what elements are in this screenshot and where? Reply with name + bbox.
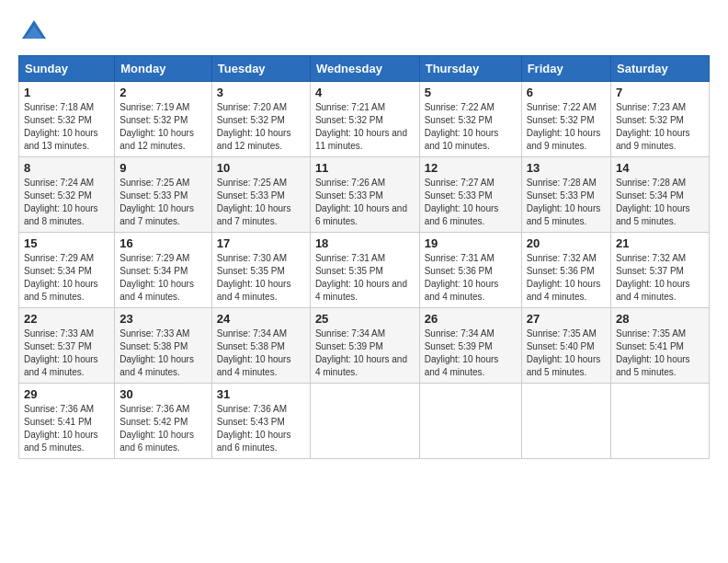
day-info: Sunrise: 7:36 AMSunset: 5:43 PMDaylight:… xyxy=(217,403,305,454)
day-number: 17 xyxy=(217,236,305,250)
day-number: 13 xyxy=(527,161,606,175)
day-info: Sunrise: 7:35 AMSunset: 5:40 PMDaylight:… xyxy=(527,327,606,379)
day-info: Sunrise: 7:34 AMSunset: 5:39 PMDaylight:… xyxy=(425,327,517,379)
day-cell: 21Sunrise: 7:32 AMSunset: 5:37 PMDayligh… xyxy=(610,233,709,308)
day-number: 12 xyxy=(425,161,517,175)
day-number: 2 xyxy=(119,86,207,99)
day-number: 25 xyxy=(315,312,415,326)
header xyxy=(18,18,710,46)
day-number: 23 xyxy=(119,312,207,326)
day-info: Sunrise: 7:36 AMSunset: 5:41 PMDaylight:… xyxy=(24,403,109,454)
day-cell: 5Sunrise: 7:22 AMSunset: 5:32 PMDaylight… xyxy=(419,82,521,157)
header-row: SundayMondayTuesdayWednesdayThursdayFrid… xyxy=(19,56,710,82)
day-cell: 15Sunrise: 7:29 AMSunset: 5:34 PMDayligh… xyxy=(19,233,115,308)
day-cell: 25Sunrise: 7:34 AMSunset: 5:39 PMDayligh… xyxy=(310,308,419,384)
day-info: Sunrise: 7:33 AMSunset: 5:38 PMDaylight:… xyxy=(119,327,207,379)
day-cell: 1Sunrise: 7:18 AMSunset: 5:32 PMDaylight… xyxy=(19,82,115,157)
day-cell: 23Sunrise: 7:33 AMSunset: 5:38 PMDayligh… xyxy=(115,308,212,384)
day-info: Sunrise: 7:33 AMSunset: 5:37 PMDaylight:… xyxy=(24,327,109,379)
day-cell: 28Sunrise: 7:35 AMSunset: 5:41 PMDayligh… xyxy=(610,308,709,384)
day-info: Sunrise: 7:25 AMSunset: 5:33 PMDaylight:… xyxy=(119,177,207,228)
day-number: 8 xyxy=(24,161,109,175)
day-cell: 26Sunrise: 7:34 AMSunset: 5:39 PMDayligh… xyxy=(419,308,521,384)
day-cell: 7Sunrise: 7:23 AMSunset: 5:32 PMDaylight… xyxy=(610,82,709,157)
day-number: 5 xyxy=(425,86,517,99)
day-info: Sunrise: 7:22 AMSunset: 5:32 PMDaylight:… xyxy=(527,101,606,153)
day-number: 1 xyxy=(24,86,109,99)
day-info: Sunrise: 7:18 AMSunset: 5:32 PMDaylight:… xyxy=(24,101,109,153)
day-cell: 22Sunrise: 7:33 AMSunset: 5:37 PMDayligh… xyxy=(19,308,115,384)
day-info: Sunrise: 7:26 AMSunset: 5:33 PMDaylight:… xyxy=(315,177,415,228)
day-cell: 27Sunrise: 7:35 AMSunset: 5:40 PMDayligh… xyxy=(521,308,610,384)
header-cell-saturday: Saturday xyxy=(610,56,709,82)
header-cell-tuesday: Tuesday xyxy=(211,56,310,82)
day-number: 29 xyxy=(24,387,109,401)
day-number: 9 xyxy=(119,161,207,175)
logo xyxy=(18,18,48,46)
calendar-header: SundayMondayTuesdayWednesdayThursdayFrid… xyxy=(19,56,710,82)
day-info: Sunrise: 7:28 AMSunset: 5:33 PMDaylight:… xyxy=(527,177,606,228)
day-cell: 29Sunrise: 7:36 AMSunset: 5:41 PMDayligh… xyxy=(19,384,115,459)
day-cell: 18Sunrise: 7:31 AMSunset: 5:35 PMDayligh… xyxy=(310,233,419,308)
day-cell: 31Sunrise: 7:36 AMSunset: 5:43 PMDayligh… xyxy=(211,384,310,459)
day-number: 15 xyxy=(24,236,109,250)
week-row-2: 8Sunrise: 7:24 AMSunset: 5:32 PMDaylight… xyxy=(19,157,710,233)
day-cell: 14Sunrise: 7:28 AMSunset: 5:34 PMDayligh… xyxy=(610,157,709,233)
day-cell: 13Sunrise: 7:28 AMSunset: 5:33 PMDayligh… xyxy=(521,157,610,233)
day-cell: 4Sunrise: 7:21 AMSunset: 5:32 PMDaylight… xyxy=(310,82,419,157)
day-info: Sunrise: 7:32 AMSunset: 5:36 PMDaylight:… xyxy=(527,252,606,304)
day-info: Sunrise: 7:25 AMSunset: 5:33 PMDaylight:… xyxy=(217,177,305,228)
calendar-body: 1Sunrise: 7:18 AMSunset: 5:32 PMDaylight… xyxy=(19,82,710,459)
day-info: Sunrise: 7:32 AMSunset: 5:37 PMDaylight:… xyxy=(616,252,704,304)
day-number: 7 xyxy=(616,86,704,99)
day-info: Sunrise: 7:24 AMSunset: 5:32 PMDaylight:… xyxy=(24,177,109,228)
header-cell-sunday: Sunday xyxy=(19,56,115,82)
day-info: Sunrise: 7:34 AMSunset: 5:38 PMDaylight:… xyxy=(217,327,305,379)
day-cell: 20Sunrise: 7:32 AMSunset: 5:36 PMDayligh… xyxy=(521,233,610,308)
day-info: Sunrise: 7:29 AMSunset: 5:34 PMDaylight:… xyxy=(119,252,207,304)
day-cell: 19Sunrise: 7:31 AMSunset: 5:36 PMDayligh… xyxy=(419,233,521,308)
header-cell-wednesday: Wednesday xyxy=(310,56,419,82)
header-cell-monday: Monday xyxy=(115,56,212,82)
logo-icon xyxy=(20,18,48,46)
day-number: 31 xyxy=(217,387,305,401)
day-info: Sunrise: 7:20 AMSunset: 5:32 PMDaylight:… xyxy=(217,101,305,153)
day-number: 10 xyxy=(217,161,305,175)
week-row-1: 1Sunrise: 7:18 AMSunset: 5:32 PMDaylight… xyxy=(19,82,710,157)
day-number: 11 xyxy=(315,161,415,175)
day-cell: 8Sunrise: 7:24 AMSunset: 5:32 PMDaylight… xyxy=(19,157,115,233)
day-number: 22 xyxy=(24,312,109,326)
week-row-4: 22Sunrise: 7:33 AMSunset: 5:37 PMDayligh… xyxy=(19,308,710,384)
calendar-table: SundayMondayTuesdayWednesdayThursdayFrid… xyxy=(18,55,710,459)
day-number: 3 xyxy=(217,86,305,99)
day-info: Sunrise: 7:35 AMSunset: 5:41 PMDaylight:… xyxy=(616,327,704,379)
day-cell xyxy=(419,384,521,459)
day-info: Sunrise: 7:27 AMSunset: 5:33 PMDaylight:… xyxy=(425,177,517,228)
day-info: Sunrise: 7:23 AMSunset: 5:32 PMDaylight:… xyxy=(616,101,704,153)
day-info: Sunrise: 7:22 AMSunset: 5:32 PMDaylight:… xyxy=(425,101,517,153)
day-number: 26 xyxy=(425,312,517,326)
day-info: Sunrise: 7:31 AMSunset: 5:35 PMDaylight:… xyxy=(315,252,415,304)
day-cell: 16Sunrise: 7:29 AMSunset: 5:34 PMDayligh… xyxy=(115,233,212,308)
day-cell: 11Sunrise: 7:26 AMSunset: 5:33 PMDayligh… xyxy=(310,157,419,233)
day-info: Sunrise: 7:36 AMSunset: 5:42 PMDaylight:… xyxy=(119,403,207,454)
day-info: Sunrise: 7:30 AMSunset: 5:35 PMDaylight:… xyxy=(217,252,305,304)
week-row-5: 29Sunrise: 7:36 AMSunset: 5:41 PMDayligh… xyxy=(19,384,710,459)
day-cell: 24Sunrise: 7:34 AMSunset: 5:38 PMDayligh… xyxy=(211,308,310,384)
day-number: 18 xyxy=(315,236,415,250)
day-info: Sunrise: 7:21 AMSunset: 5:32 PMDaylight:… xyxy=(315,101,415,153)
day-number: 28 xyxy=(616,312,704,326)
day-cell: 9Sunrise: 7:25 AMSunset: 5:33 PMDaylight… xyxy=(115,157,212,233)
header-cell-friday: Friday xyxy=(521,56,610,82)
day-number: 21 xyxy=(616,236,704,250)
day-number: 19 xyxy=(425,236,517,250)
day-cell: 2Sunrise: 7:19 AMSunset: 5:32 PMDaylight… xyxy=(115,82,212,157)
day-cell: 12Sunrise: 7:27 AMSunset: 5:33 PMDayligh… xyxy=(419,157,521,233)
day-number: 4 xyxy=(315,86,415,99)
day-cell xyxy=(521,384,610,459)
day-info: Sunrise: 7:19 AMSunset: 5:32 PMDaylight:… xyxy=(119,101,207,153)
day-number: 24 xyxy=(217,312,305,326)
day-cell xyxy=(310,384,419,459)
day-number: 30 xyxy=(119,387,207,401)
day-info: Sunrise: 7:28 AMSunset: 5:34 PMDaylight:… xyxy=(616,177,704,228)
